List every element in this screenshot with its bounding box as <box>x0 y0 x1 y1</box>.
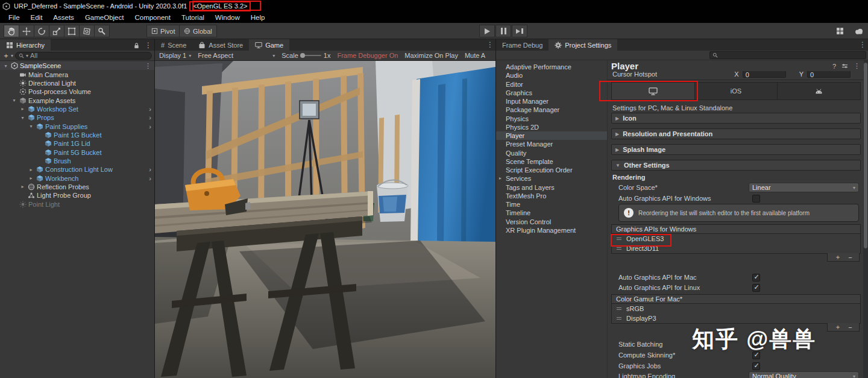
settings-nav-script-execution-order[interactable]: Script Execution Order <box>496 166 607 174</box>
menu-component[interactable]: Component <box>129 14 175 21</box>
section-splash-image[interactable]: ▶ Splash Image <box>611 144 861 155</box>
hierarchy-item-paint-supplies[interactable]: ▾ Paint Supplies › <box>0 122 154 130</box>
menu-tutorial[interactable]: Tutorial <box>176 14 210 21</box>
prefab-chevron-icon[interactable]: › <box>149 175 151 182</box>
hand-tool-button[interactable] <box>4 25 19 37</box>
menu-help[interactable]: Help <box>245 14 271 21</box>
more-icon[interactable]: ⋮ <box>145 41 152 49</box>
hierarchy-item-reflection-probes[interactable]: ▸ Reflection Probes <box>0 183 154 191</box>
settings-nav-graphics[interactable]: Graphics <box>496 89 607 97</box>
scale-slider-knob[interactable] <box>300 53 305 58</box>
global-toggle-button[interactable]: Global <box>179 25 217 37</box>
hierarchy-item-workshop-set[interactable]: ▸ Workshop Set › <box>0 105 154 113</box>
scene-more-icon[interactable]: ⋮ <box>145 62 151 70</box>
display-dropdown[interactable]: Display 1▾ <box>159 52 191 59</box>
graphics-jobs-checkbox[interactable] <box>752 362 760 370</box>
custom-tool-button[interactable] <box>94 25 110 37</box>
aspect-dropdown[interactable]: Free Aspect▾ <box>198 52 275 59</box>
prefab-chevron-icon[interactable]: › <box>149 166 151 173</box>
foldout-closed-icon[interactable]: ▸ <box>28 167 34 172</box>
add-object-button[interactable]: ＋▾ <box>2 51 13 61</box>
foldout-open-icon[interactable]: ▾ <box>28 124 34 129</box>
settings-nav-package-manager[interactable]: Package Manager <box>496 106 607 114</box>
hierarchy-item-paint-1g-lid[interactable]: Paint 1G Lid <box>0 139 154 148</box>
minus-icon[interactable]: − <box>848 324 852 331</box>
scrollbar-thumb[interactable] <box>864 63 867 248</box>
tab-scene[interactable]: # Scene <box>155 39 192 51</box>
tab-frame-debug[interactable]: Frame Debug <box>496 39 549 51</box>
settings-nav-xr-plugin-management[interactable]: XR Plugin Management <box>496 226 607 235</box>
settings-nav-physics-2d[interactable]: Physics 2D <box>496 123 607 131</box>
lock-icon[interactable] <box>133 42 140 49</box>
settings-search-input[interactable] <box>709 51 866 59</box>
gamut-item-srgb[interactable]: sRGB <box>612 304 860 313</box>
menu-assets[interactable]: Assets <box>48 14 80 21</box>
hierarchy-item-paint-1g-bucket[interactable]: Paint 1G Bucket <box>0 131 154 139</box>
y-value[interactable]: 0 <box>807 71 851 78</box>
rect-tool-button[interactable] <box>64 25 80 37</box>
hierarchy-item-brush[interactable]: Brush <box>0 157 154 165</box>
section-icon[interactable]: ▶ Icon <box>611 113 861 124</box>
settings-nav-preset-manager[interactable]: Preset Manager <box>496 140 607 148</box>
foldout-closed-icon[interactable]: ▸ <box>499 174 502 183</box>
presets-icon[interactable] <box>841 63 848 69</box>
hierarchy-item-construction-light-low[interactable]: ▸ Construction Light Low › <box>0 165 154 174</box>
api-item-opengles3[interactable]: OpenGLES3 <box>612 234 860 244</box>
prefab-chevron-icon[interactable]: › <box>149 114 151 121</box>
layers-button[interactable] <box>832 25 848 37</box>
settings-nav-services[interactable]: ▸Services <box>496 174 607 183</box>
drag-handle-icon[interactable] <box>617 317 621 320</box>
drag-handle-icon[interactable] <box>617 247 621 250</box>
pause-button[interactable] <box>495 25 511 37</box>
help-icon[interactable]: ? <box>832 63 836 70</box>
cursor-hotspot-y-field[interactable]: Y 0 <box>799 71 851 78</box>
platform-tab-ios[interactable]: iOS <box>695 83 778 99</box>
foldout-closed-icon[interactable]: ▸ <box>28 175 34 181</box>
settings-nav-time[interactable]: Time <box>496 200 607 209</box>
lightmap-encoding-dropdown[interactable]: Normal Quality ▾ <box>749 371 859 378</box>
section-resolution-presentation[interactable]: ▶ Resolution and Presentation <box>611 128 861 139</box>
auto-api-windows-checkbox[interactable] <box>752 195 760 203</box>
prefab-chevron-icon[interactable]: › <box>149 123 151 130</box>
drag-handle-icon[interactable] <box>617 307 621 310</box>
foldout-open-icon[interactable]: ▾ <box>2 63 9 69</box>
menu-file[interactable]: File <box>3 14 25 21</box>
foldout-closed-icon[interactable]: ▸ <box>19 106 26 112</box>
minus-icon[interactable]: − <box>848 254 852 261</box>
auto-api-mac-checkbox[interactable] <box>752 274 760 282</box>
cloud-services-button[interactable] <box>851 25 867 37</box>
cursor-hotspot-x-field[interactable]: X 0 <box>734 71 785 78</box>
prefab-chevron-icon[interactable]: › <box>149 106 151 113</box>
api-item-direct3d11[interactable]: Direct3D11 <box>612 244 860 253</box>
plus-icon[interactable]: ＋ <box>834 323 841 332</box>
settings-nav-tags-and-layers[interactable]: Tags and Layers <box>496 183 607 192</box>
more-icon[interactable]: ⋮ <box>854 62 860 70</box>
tab-project-settings[interactable]: Project Settings <box>549 39 617 51</box>
settings-nav-quality[interactable]: Quality <box>496 149 607 157</box>
hierarchy-item-example-assets[interactable]: ▾ Example Assets <box>0 96 154 104</box>
hierarchy-item-paint-5g-bucket[interactable]: Paint 5G Bucket <box>0 148 154 156</box>
frame-debugger-indicator[interactable]: Frame Debugger On <box>337 52 398 59</box>
platform-tab-standalone[interactable] <box>612 83 695 99</box>
hierarchy-search-input[interactable]: ▾ All <box>15 52 152 60</box>
foldout-closed-icon[interactable]: ▸ <box>19 184 26 189</box>
hierarchy-item-scene[interactable]: ▾ SampleScene ⋮ <box>0 61 154 70</box>
transform-tool-button[interactable] <box>79 25 95 37</box>
hierarchy-item-postprocess-volume[interactable]: Post-process Volume <box>0 87 154 96</box>
gamut-item-displayp3[interactable]: DisplayP3 <box>612 313 860 323</box>
scale-slider[interactable] <box>301 55 321 56</box>
hierarchy-item-props[interactable]: ▾ Props › <box>0 113 154 122</box>
scale-tool-button[interactable] <box>49 25 64 37</box>
hierarchy-item-directional-light[interactable]: Directional Light <box>0 79 154 87</box>
plus-icon[interactable]: ＋ <box>834 253 841 262</box>
settings-nav-audio[interactable]: Audio <box>496 71 607 80</box>
tab-hierarchy[interactable]: Hierarchy <box>0 39 51 51</box>
step-button[interactable] <box>512 25 527 37</box>
tab-asset-store[interactable]: Asset Store <box>192 39 249 51</box>
hierarchy-item-workbench[interactable]: ▸ Workbench › <box>0 174 154 182</box>
settings-nav-timeline[interactable]: Timeline <box>496 209 607 217</box>
more-icon[interactable]: ⋮ <box>486 40 494 49</box>
menu-window[interactable]: Window <box>210 14 245 21</box>
maximize-on-play-toggle[interactable]: Maximize On Play <box>404 52 458 59</box>
hierarchy-item-point-light[interactable]: Point Light <box>0 200 154 209</box>
